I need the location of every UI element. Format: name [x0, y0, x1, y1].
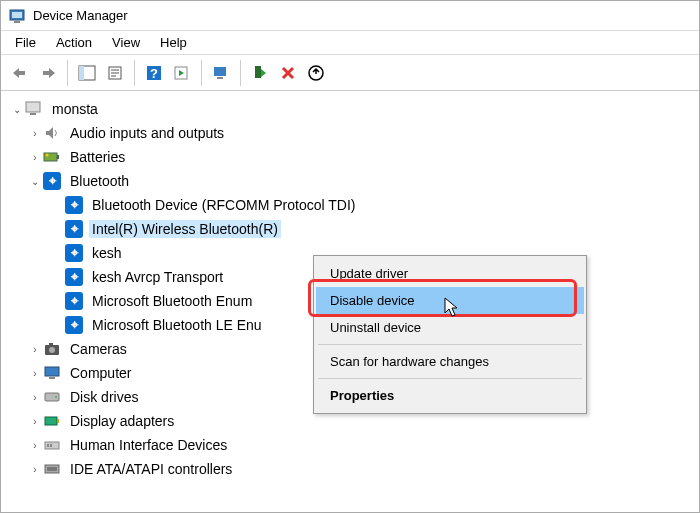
caret-right-icon[interactable]: › — [27, 365, 43, 381]
disable-device-button[interactable] — [275, 60, 301, 86]
svg-rect-25 — [49, 343, 53, 346]
bluetooth-icon: ⌖ — [65, 316, 83, 334]
tree-node-bt-intel[interactable]: ⌖ Intel(R) Wireless Bluetooth(R) — [5, 217, 695, 241]
caret-right-icon[interactable]: › — [27, 341, 43, 357]
ctx-properties[interactable]: Properties — [316, 382, 584, 409]
camera-icon — [43, 340, 61, 358]
action-button[interactable] — [169, 60, 195, 86]
svg-rect-30 — [45, 417, 57, 425]
svg-rect-21 — [57, 155, 59, 159]
disk-icon — [43, 388, 61, 406]
menu-view[interactable]: View — [102, 33, 150, 52]
computer-icon — [43, 364, 61, 382]
tree-node-bt-rfcomm[interactable]: ⌖ Bluetooth Device (RFCOMM Protocol TDI) — [5, 193, 695, 217]
tree-node-ide[interactable]: › IDE ATA/ATAPI controllers — [5, 457, 695, 481]
bluetooth-icon: ⌖ — [65, 292, 83, 310]
svg-rect-3 — [19, 71, 25, 75]
tree-node-bluetooth[interactable]: ⌄ ⌖ Bluetooth — [5, 169, 695, 193]
svg-rect-16 — [255, 66, 261, 78]
back-button[interactable] — [7, 60, 33, 86]
forward-button[interactable] — [35, 60, 61, 86]
svg-rect-33 — [47, 444, 49, 447]
svg-rect-26 — [45, 367, 59, 376]
svg-rect-1 — [12, 12, 22, 18]
enable-device-button[interactable] — [247, 60, 273, 86]
show-hide-tree-button[interactable] — [74, 60, 100, 86]
properties-button[interactable] — [102, 60, 128, 86]
svg-rect-18 — [26, 102, 40, 112]
menu-file[interactable]: File — [5, 33, 46, 52]
computer-icon — [25, 100, 43, 118]
speaker-icon — [43, 124, 61, 142]
svg-rect-14 — [214, 67, 226, 76]
tree-node-hid[interactable]: › Human Interface Devices — [5, 433, 695, 457]
context-menu: Update driver Disable device Uninstall d… — [313, 255, 587, 414]
svg-rect-27 — [49, 377, 55, 379]
bluetooth-icon: ⌖ — [65, 244, 83, 262]
ctx-separator — [318, 344, 582, 345]
bluetooth-icon: ⌖ — [65, 196, 83, 214]
caret-down-icon[interactable]: ⌄ — [9, 101, 25, 117]
bluetooth-icon: ⌖ — [43, 172, 61, 190]
display-adapter-icon — [43, 412, 61, 430]
svg-point-24 — [49, 347, 55, 353]
ctx-uninstall-device[interactable]: Uninstall device — [316, 314, 584, 341]
svg-point-22 — [46, 154, 49, 157]
svg-rect-15 — [217, 77, 223, 79]
window-title: Device Manager — [33, 8, 128, 23]
toolbar: ? — [1, 55, 699, 91]
update-driver-button[interactable] — [208, 60, 234, 86]
tree-node-audio[interactable]: › Audio inputs and outputs — [5, 121, 695, 145]
caret-right-icon[interactable]: › — [27, 389, 43, 405]
caret-right-icon[interactable]: › — [27, 125, 43, 141]
help-button[interactable]: ? — [141, 60, 167, 86]
devmgr-icon — [9, 8, 25, 24]
ctx-disable-device[interactable]: Disable device — [316, 287, 584, 314]
svg-rect-31 — [57, 419, 59, 423]
tree-root[interactable]: ⌄ monsta — [5, 97, 695, 121]
menu-action[interactable]: Action — [46, 33, 102, 52]
battery-icon — [43, 148, 61, 166]
titlebar: Device Manager — [1, 1, 699, 31]
caret-right-icon[interactable]: › — [27, 461, 43, 477]
svg-point-29 — [55, 396, 57, 398]
caret-right-icon[interactable]: › — [27, 149, 43, 165]
caret-right-icon[interactable]: › — [27, 413, 43, 429]
root-label: monsta — [49, 100, 101, 118]
ide-icon — [43, 460, 61, 478]
tree-node-batteries[interactable]: › Batteries — [5, 145, 695, 169]
caret-down-icon[interactable]: ⌄ — [27, 173, 43, 189]
svg-rect-2 — [14, 21, 20, 23]
svg-rect-6 — [79, 66, 84, 80]
bluetooth-icon: ⌖ — [65, 268, 83, 286]
uninstall-device-button[interactable] — [303, 60, 329, 86]
ctx-separator — [318, 378, 582, 379]
svg-text:?: ? — [150, 66, 158, 81]
hid-icon — [43, 436, 61, 454]
bluetooth-icon: ⌖ — [65, 220, 83, 238]
ctx-scan-hardware[interactable]: Scan for hardware changes — [316, 348, 584, 375]
ctx-update-driver[interactable]: Update driver — [316, 260, 584, 287]
menu-help[interactable]: Help — [150, 33, 197, 52]
svg-rect-34 — [50, 444, 52, 447]
svg-rect-36 — [47, 467, 57, 471]
caret-right-icon[interactable]: › — [27, 437, 43, 453]
svg-rect-4 — [43, 71, 49, 75]
svg-rect-19 — [30, 113, 36, 115]
menubar: File Action View Help — [1, 31, 699, 55]
